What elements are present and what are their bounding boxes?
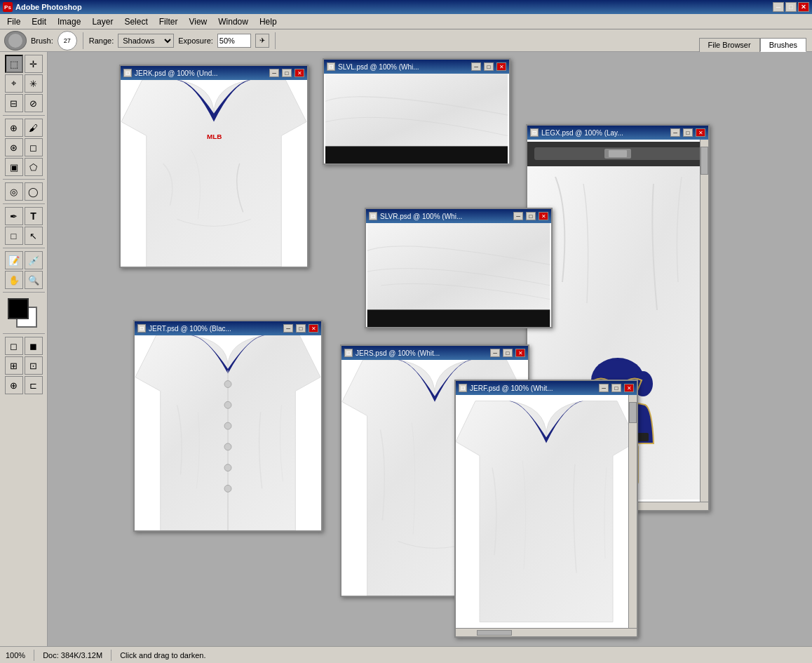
tool-screen-mode[interactable]: ⊞ — [5, 356, 23, 375]
color-swatch-area[interactable] — [8, 298, 40, 330]
doc-slvr-minimize[interactable]: ─ — [513, 212, 523, 220]
tool-slice[interactable]: ⊘ — [25, 94, 43, 112]
tool-standard-mode[interactable]: ◻ — [5, 337, 23, 355]
legx-scrollbar-v[interactable] — [700, 140, 708, 502]
tool-pen[interactable]: ✒ — [5, 207, 23, 225]
doc-jers-minimize[interactable]: ─ — [490, 349, 500, 357]
doc-jerk-minimize[interactable]: ─ — [269, 69, 279, 77]
jerf-hscroll-thumb[interactable] — [477, 630, 512, 636]
doc-slvl-title: SLVL.psd @ 100% (Whi... — [338, 63, 468, 71]
tool-crop[interactable]: ⊟ — [5, 94, 23, 112]
doc-jers-maximize[interactable]: □ — [503, 349, 513, 357]
menu-view[interactable]: View — [183, 15, 212, 28]
menu-file[interactable]: File — [1, 15, 26, 28]
tab-file-browser[interactable]: File Browser — [699, 38, 760, 52]
tool-extras[interactable]: ⊕ — [5, 376, 23, 394]
tool-gradient[interactable]: ▣ — [5, 158, 23, 176]
brush-size-indicator[interactable]: 27 — [57, 31, 77, 51]
tool-row-5: ⊛ ◻ — [5, 138, 43, 156]
tool-shape[interactable]: □ — [5, 227, 23, 245]
doc-slvl-minimize[interactable]: ─ — [471, 62, 481, 71]
doc-jerk-titlebar[interactable]: 🖼 JERK.psd @ 100% (Und... ─ □ ✕ — [121, 66, 307, 80]
tool-selection[interactable]: ⬚ — [5, 55, 23, 73]
doc-jert-titlebar[interactable]: 🖼 JERT.psd @ 100% (Blac... ─ □ ✕ — [135, 321, 321, 335]
doc-jert-canvas — [135, 335, 321, 530]
menu-filter[interactable]: Filter — [154, 15, 184, 28]
doc-jerk-close[interactable]: ✕ — [295, 69, 304, 77]
tool-dodge[interactable]: ◯ — [25, 182, 43, 201]
tool-blur[interactable]: ◎ — [5, 182, 23, 201]
minimize-button[interactable]: ─ — [773, 2, 784, 12]
tool-text[interactable]: T — [25, 207, 43, 225]
doc-jers-close[interactable]: ✕ — [515, 349, 525, 357]
tool-eraser[interactable]: ◻ — [25, 138, 43, 156]
legx-scrollbar-thumb[interactable] — [701, 147, 708, 175]
menu-edit[interactable]: Edit — [26, 15, 52, 28]
doc-jers-titlebar[interactable]: 🖼 JERS.psd @ 100% (Whit... ─ □ ✕ — [341, 346, 528, 360]
tool-hand[interactable]: ✋ — [5, 271, 23, 289]
tool-notes[interactable]: 📝 — [5, 251, 23, 269]
tool-heal[interactable]: ⊕ — [5, 119, 23, 137]
doc-legx-titlebar[interactable]: 🖼 LEGX.psd @ 100% (Lay... ─ □ ✕ — [527, 126, 708, 140]
tool-direct-select[interactable]: ↖ — [25, 227, 43, 245]
tool-fullscreen[interactable]: ⊡ — [25, 356, 43, 375]
close-button[interactable]: ✕ — [798, 2, 809, 12]
doc-legx-icon: 🖼 — [530, 128, 539, 137]
doc-slvl-titlebar[interactable]: 🖼 SLVL.psd @ 100% (Whi... ─ □ ✕ — [324, 60, 509, 74]
tool-row-1: ⬚ ✛ — [5, 55, 43, 73]
tool-move[interactable]: ✛ — [25, 55, 43, 73]
doc-slvr-maximize[interactable]: □ — [526, 212, 536, 220]
menu-select[interactable]: Select — [119, 15, 153, 28]
tool-eyedropper[interactable]: 💉 — [25, 251, 43, 269]
doc-legx-minimize[interactable]: ─ — [670, 128, 680, 137]
doc-jert-maximize[interactable]: □ — [296, 324, 306, 333]
menu-window[interactable]: Window — [212, 15, 254, 28]
jerf-scrollbar-h[interactable] — [456, 628, 637, 636]
doc-jers-title: JERS.psd @ 100% (Whit... — [356, 349, 487, 357]
doc-jerf-title: JERF.psd @ 100% (Whit... — [470, 384, 596, 392]
menu-help[interactable]: Help — [254, 15, 283, 28]
tool-lasso[interactable]: ⌖ — [5, 74, 23, 93]
doc-jert-minimize[interactable]: ─ — [283, 324, 293, 333]
jerf-scrollbar-v[interactable] — [628, 395, 637, 628]
exposure-airbrush-button[interactable]: ✈ — [255, 34, 269, 48]
tool-zoom[interactable]: 🔍 — [25, 271, 43, 289]
tool-paint-bucket[interactable]: ⬠ — [25, 158, 43, 176]
jerf-vscroll-thumb[interactable] — [629, 402, 637, 423]
doc-jert-close[interactable]: ✕ — [309, 324, 318, 333]
brush-options-button[interactable] — [4, 31, 27, 51]
tool-magic-wand[interactable]: ✳ — [25, 74, 43, 93]
exposure-input[interactable] — [217, 34, 251, 48]
tool-quick-mask[interactable]: ◼ — [25, 337, 43, 355]
doc-slvr: 🖼 SLVR.psd @ 100% (Whi... ─ □ ✕ — [365, 208, 553, 328]
tool-brush[interactable]: 🖌 — [25, 119, 43, 137]
menu-image[interactable]: Image — [52, 15, 86, 28]
doc-legx-restore[interactable]: □ — [683, 128, 693, 137]
doc-slvr-title: SLVR.psd @ 100% (Whi... — [380, 213, 510, 220]
doc-slvl-close[interactable]: ✕ — [496, 62, 506, 71]
doc-slvl-maximize[interactable]: □ — [484, 62, 494, 71]
app-icon: Ps — [3, 2, 13, 12]
doc-jerk-icon: 🖼 — [123, 69, 132, 77]
toolbox: ⬚ ✛ ⌖ ✳ ⊟ ⊘ ⊕ 🖌 ⊛ ◻ ▣ ⬠ ◎ ◯ ✒ T □ ↖ 📝 💉 … — [0, 52, 48, 646]
tab-brushes[interactable]: Brushes — [760, 38, 806, 52]
menu-layer[interactable]: Layer — [86, 15, 119, 28]
doc-jerk-maximize[interactable]: □ — [282, 69, 292, 77]
svg-point-20 — [224, 464, 231, 471]
doc-jerf-minimize[interactable]: ─ — [599, 384, 609, 392]
doc-jerf-titlebar[interactable]: 🖼 JERF.psd @ 100% (Whit... ─ □ ✕ — [456, 381, 637, 395]
jersey-jert-svg — [135, 335, 321, 530]
doc-slvr-titlebar[interactable]: 🖼 SLVR.psd @ 100% (Whi... ─ □ ✕ — [366, 209, 551, 223]
svg-rect-14 — [367, 309, 550, 327]
maximize-button[interactable]: □ — [785, 2, 797, 12]
foreground-color[interactable] — [8, 298, 29, 319]
svg-rect-13 — [367, 223, 550, 309]
range-select[interactable]: Shadows Midtones Highlights — [118, 34, 174, 48]
doc-jerf-maximize[interactable]: □ — [611, 384, 621, 392]
doc-legx-close[interactable]: ✕ — [696, 128, 705, 137]
tool-jump[interactable]: ⊏ — [25, 376, 43, 394]
doc-slvr-close[interactable]: ✕ — [539, 212, 548, 220]
doc-jerf-close[interactable]: ✕ — [624, 384, 634, 392]
doc-size-label: Doc: — [43, 651, 59, 659]
tool-clone[interactable]: ⊛ — [5, 138, 23, 156]
